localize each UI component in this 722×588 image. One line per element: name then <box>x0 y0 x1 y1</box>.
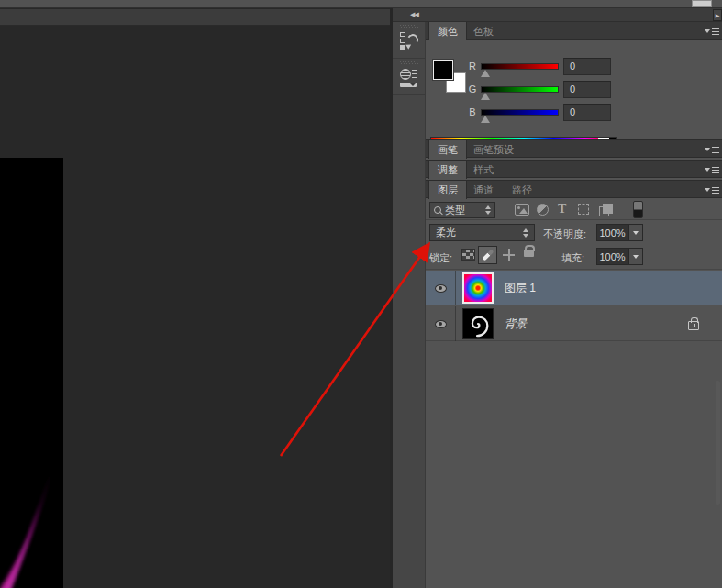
blend-mode-row: 柔光 不透明度: 100% <box>426 220 722 244</box>
tab-paths[interactable]: 路径 <box>504 181 540 199</box>
filter-kind-label: 类型 <box>445 204 465 217</box>
history-panel-button[interactable] <box>393 22 426 59</box>
layer-row-layer1[interactable]: 图层 1 <box>426 271 722 305</box>
eye-icon[interactable] <box>435 320 447 328</box>
brush-panel-menu-icon[interactable] <box>705 145 719 154</box>
window-top-bar <box>0 0 722 8</box>
properties-lines <box>412 70 417 79</box>
lock-all-icon[interactable] <box>524 244 534 257</box>
layer1-thumbnail[interactable] <box>462 272 494 304</box>
properties-icon <box>399 68 419 88</box>
blend-mode-dropdown[interactable]: 柔光 <box>429 224 535 241</box>
blend-mode-value: 柔光 <box>436 226 456 239</box>
layer-name[interactable]: 图层 1 <box>505 271 536 305</box>
filter-type-layers-icon[interactable]: T <box>558 203 566 215</box>
layer-row-background[interactable]: 背景 <box>426 306 722 341</box>
visibility-cell[interactable] <box>426 306 456 341</box>
tab-adjustments[interactable]: 调整 <box>428 161 467 179</box>
tab-swatches[interactable]: 色板 <box>465 22 502 40</box>
properties-panel-button[interactable] <box>393 59 426 95</box>
adjustments-panel-menu-icon[interactable] <box>705 165 719 174</box>
expand-icon[interactable]: ▶ <box>713 9 722 21</box>
magenta-brush-stroke <box>0 415 63 588</box>
filter-pixel-layers-icon[interactable] <box>515 204 529 216</box>
spiral-image <box>464 310 492 338</box>
color-panel-body: R 0 G 0 B 0 <box>426 40 722 139</box>
lock-image-pixels-button[interactable] <box>478 246 497 264</box>
green-slider-track[interactable] <box>481 86 559 93</box>
foreground-color-swatch[interactable] <box>433 60 453 80</box>
history-icon <box>399 31 419 51</box>
document-canvas[interactable] <box>0 158 63 588</box>
layer-name[interactable]: 背景 <box>505 306 527 341</box>
chevron-updown-icon <box>485 205 491 215</box>
lock-label: 锁定: <box>429 251 452 265</box>
tab-channels[interactable]: 通道 <box>465 181 502 199</box>
tab-layers[interactable]: 图层 <box>428 181 467 199</box>
background-thumbnail[interactable] <box>462 308 494 339</box>
brush-group-tabbar: 画笔 画笔预设 <box>426 139 722 158</box>
photoshop-window: ◀◀ ▶ 颜色 色板 <box>0 0 722 588</box>
properties-sphere <box>400 69 411 80</box>
blue-channel-label: B <box>468 106 477 117</box>
layers-panel-tabbar: 图层 通道 路径 <box>426 180 722 198</box>
history-square <box>400 32 405 37</box>
blue-value-input[interactable]: 0 <box>563 104 611 121</box>
fill-value-input[interactable]: 100% <box>596 248 628 265</box>
chevron-updown-icon <box>523 228 528 238</box>
red-slider-thumb[interactable] <box>481 70 490 77</box>
collapse-panels-icon[interactable]: ◀◀ <box>410 11 418 18</box>
filter-adjustment-layers-icon[interactable] <box>537 204 549 216</box>
dock-header: ◀◀ <box>393 8 722 22</box>
eye-icon[interactable] <box>435 284 447 293</box>
history-square <box>400 39 405 43</box>
properties-bar <box>400 83 417 87</box>
filter-kind-dropdown[interactable]: 类型 <box>429 202 495 218</box>
fill-label: 填充: <box>561 251 584 265</box>
green-slider-thumb[interactable] <box>481 93 490 100</box>
opacity-dropdown-button[interactable] <box>628 224 643 241</box>
layers-scrollbar[interactable] <box>716 381 720 505</box>
brush-icon <box>482 250 494 261</box>
red-slider-track[interactable] <box>481 63 559 70</box>
green-channel-label: G <box>468 83 477 94</box>
layer-filtering-toggle[interactable] <box>633 201 643 218</box>
green-channel-row: G 0 <box>468 80 670 98</box>
grip-handle <box>400 25 418 28</box>
filter-shape-layers-icon[interactable] <box>578 204 589 215</box>
panel-dock: 颜色 色板 R 0 G 0 B 0 <box>426 22 722 588</box>
tab-brush-presets[interactable]: 画笔预设 <box>465 140 522 159</box>
search-icon <box>434 206 441 214</box>
document-tab-strip <box>0 9 390 26</box>
layer-filter-row: 类型 T <box>426 200 722 220</box>
background-lock-icon <box>688 321 699 330</box>
tab-color[interactable]: 颜色 <box>428 22 467 40</box>
color-panel-menu-icon[interactable] <box>705 27 719 36</box>
green-value-input[interactable]: 0 <box>563 81 611 98</box>
tab-styles[interactable]: 样式 <box>465 161 502 179</box>
layers-panel: 图层 通道 路径 类型 T <box>426 180 722 588</box>
canvas-area[interactable] <box>0 26 390 588</box>
panel-icon-strip <box>393 22 426 588</box>
red-value-input[interactable]: 0 <box>563 58 611 75</box>
opacity-value-input[interactable]: 100% <box>596 224 628 241</box>
blue-slider-track[interactable] <box>481 109 559 116</box>
red-channel-row: R 0 <box>468 57 670 75</box>
grip-handle <box>400 61 418 64</box>
red-channel-label: R <box>468 61 477 72</box>
visibility-cell[interactable] <box>426 271 456 305</box>
adjustments-group-tabbar: 调整 样式 <box>426 160 722 178</box>
color-panel-tabbar: 颜色 色板 <box>426 22 722 40</box>
opacity-label: 不透明度: <box>543 227 586 241</box>
tab-brush[interactable]: 画笔 <box>428 140 467 159</box>
lock-transparency-icon[interactable] <box>461 249 475 261</box>
blue-channel-row: B 0 <box>468 103 670 121</box>
lock-position-icon[interactable] <box>503 249 515 261</box>
layers-panel-menu-icon[interactable] <box>705 185 719 194</box>
filter-smart-objects-icon[interactable] <box>599 204 613 216</box>
top-scroll-box[interactable] <box>692 0 712 7</box>
blue-slider-thumb[interactable] <box>481 116 490 123</box>
lock-row: 锁定: 填充: 100% <box>426 244 722 270</box>
fill-dropdown-button[interactable] <box>628 248 643 265</box>
